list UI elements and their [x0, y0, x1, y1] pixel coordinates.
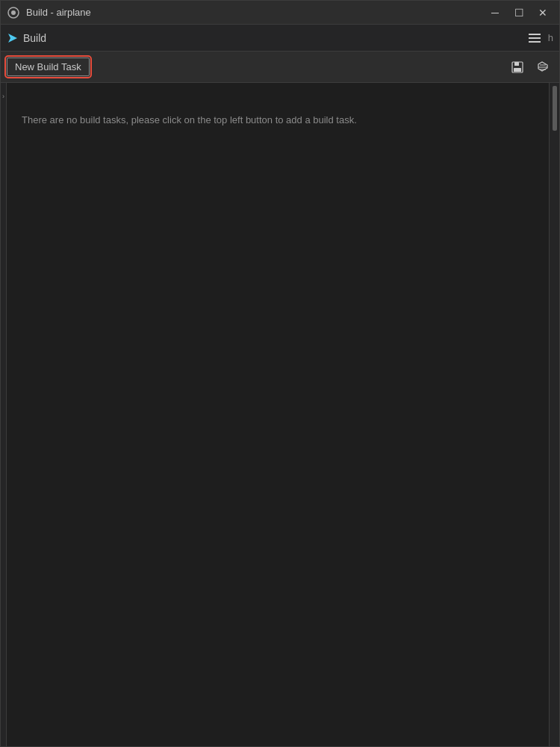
- toolbar-actions: [507, 57, 553, 78]
- right-sidebar: [549, 83, 559, 746]
- minimize-button[interactable]: ─: [485, 4, 505, 22]
- title-bar: Build - airplane ─ ☐ ✕: [1, 1, 559, 25]
- title-bar-left: Build - airplane: [7, 6, 91, 19]
- close-button[interactable]: ✕: [532, 4, 553, 22]
- nav-bar-right: h: [524, 28, 553, 49]
- save-button[interactable]: [507, 57, 528, 78]
- left-sidebar: ›: [1, 83, 7, 746]
- app-window: Build - airplane ─ ☐ ✕ Build: [0, 0, 560, 747]
- build-icon: [7, 6, 20, 19]
- left-sidebar-item: ›: [1, 89, 6, 104]
- toolbar: New Build Task: [1, 52, 559, 83]
- empty-state-message: There are no build tasks, please click o…: [22, 113, 357, 128]
- nav-extra: h: [548, 32, 553, 43]
- new-build-task-button[interactable]: New Build Task: [7, 58, 90, 76]
- window-title: Build - airplane: [26, 7, 91, 18]
- svg-point-1: [11, 10, 16, 15]
- svg-rect-4: [514, 68, 521, 72]
- hamburger-icon: [529, 34, 541, 43]
- main-content: › There are no build tasks, please click…: [1, 83, 559, 746]
- airplane-icon: [7, 32, 19, 44]
- title-bar-controls: ─ ☐ ✕: [485, 4, 553, 22]
- nav-bar-left: Build: [7, 32, 46, 44]
- maximize-button[interactable]: ☐: [508, 4, 529, 22]
- center-content: There are no build tasks, please click o…: [7, 83, 549, 746]
- nav-title: Build: [23, 32, 46, 44]
- svg-rect-3: [514, 62, 519, 66]
- scroll-indicator[interactable]: [553, 86, 557, 131]
- nav-bar: Build h: [1, 25, 559, 52]
- menu-button[interactable]: [524, 28, 545, 49]
- settings-button[interactable]: [532, 57, 553, 78]
